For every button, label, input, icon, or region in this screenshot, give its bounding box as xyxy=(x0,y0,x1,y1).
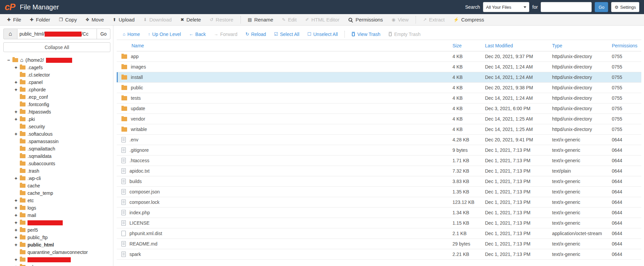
file-name-cell[interactable]: writable xyxy=(117,127,450,132)
tree-item-htpasswds[interactable]: +.htpasswds xyxy=(3,108,110,116)
file-name-cell[interactable]: public xyxy=(117,85,450,90)
expand-icon[interactable]: + xyxy=(14,65,18,70)
file-name-cell[interactable]: composer.lock xyxy=(117,200,450,205)
column-header-permissions[interactable]: Permissions xyxy=(610,43,641,48)
table-row[interactable]: README.md29 bytesDec 1, 2021, 7:13 PMtex… xyxy=(117,239,641,249)
tree-item-softaculous[interactable]: +.softaculous xyxy=(3,130,110,138)
table-row[interactable]: vendor4 KBDec 14, 2021, 1:25 AMhttpd/uni… xyxy=(117,114,641,124)
toolbar-button-rename[interactable]: ▤Rename xyxy=(244,17,278,23)
tree-item-mail[interactable]: +mail xyxy=(3,212,110,219)
nav-button-select-all[interactable]: ☑Select All xyxy=(270,32,303,37)
tree-item-sqmailattach[interactable]: +.sqmailattach xyxy=(3,145,110,152)
expand-icon[interactable]: + xyxy=(14,131,18,137)
tree-item-fontconfig[interactable]: +.fontconfig xyxy=(3,101,110,108)
expand-icon[interactable]: + xyxy=(14,87,18,92)
tree-item-cl-selector[interactable]: +.cl.selector xyxy=(3,71,110,79)
tree-item-trash[interactable]: +.trash xyxy=(3,167,110,175)
table-row[interactable]: tests4 KBDec 14, 2021, 1:24 AMhttpd/unix… xyxy=(117,93,641,103)
expand-icon[interactable]: + xyxy=(14,213,18,218)
nav-button-view-trash[interactable]: View Trash xyxy=(347,32,384,37)
tree-item-security[interactable]: +.security xyxy=(3,123,110,130)
tree-item-public-ftp[interactable]: +public_ftp xyxy=(3,234,110,241)
file-name-cell[interactable]: spark xyxy=(117,252,450,257)
file-name-cell[interactable]: install xyxy=(117,75,450,80)
nav-button-home[interactable]: ⌂Home xyxy=(119,32,144,37)
expand-icon[interactable]: + xyxy=(14,198,18,203)
file-name-cell[interactable]: .htaccess xyxy=(117,158,450,163)
tree-item-cache-temp[interactable]: +cache_temp xyxy=(3,189,110,197)
collapse-all-button[interactable]: Collapse All xyxy=(3,42,110,52)
tree-item-sqmaildata[interactable]: +.sqmaildata xyxy=(3,152,110,160)
path-go-button[interactable]: Go xyxy=(97,29,110,39)
expand-icon[interactable]: + xyxy=(14,80,18,85)
search-go-button[interactable]: Go xyxy=(595,2,608,12)
path-home-button[interactable]: ⌂ xyxy=(3,29,17,39)
column-header-type[interactable]: Type xyxy=(550,43,610,48)
table-row[interactable]: apidoc.txt7.32 KBDec 1, 2021, 7:13 PMtex… xyxy=(117,166,641,176)
table-row[interactable]: phpunit.xml.dist2.1 KBDec 1, 2021, 7:13 … xyxy=(117,228,641,239)
table-row[interactable]: update4 KBDec 3, 2021, 6:00 PMhttpd/unix… xyxy=(117,103,641,114)
expand-icon[interactable]: + xyxy=(14,242,18,248)
settings-button[interactable]: ⚙ Settings xyxy=(611,2,639,12)
expand-icon[interactable]: + xyxy=(14,205,18,211)
table-row[interactable]: images4 KBDec 14, 2021, 1:24 AMhttpd/uni… xyxy=(117,62,641,72)
table-row[interactable]: app4 KBDec 20, 2021, 9:37 PMhttpd/unix-d… xyxy=(117,51,641,62)
file-name-cell[interactable]: .gitignore xyxy=(117,147,450,153)
table-row[interactable]: install4 KBDec 14, 2021, 1:24 AMhttpd/un… xyxy=(117,72,641,83)
tree-item-subaccounts[interactable]: +.subaccounts xyxy=(3,160,110,167)
nav-button-back[interactable]: ←Back xyxy=(185,32,210,37)
tree-item-wp-cli[interactable]: +.wp-cli xyxy=(3,175,110,182)
tree-item-redacted[interactable]: + xyxy=(3,219,110,226)
table-row[interactable]: builds3.83 KBDec 1, 2021, 7:13 PMtext/x-… xyxy=(117,176,641,187)
toolbar-button-upload[interactable]: ⬆Upload xyxy=(108,17,139,23)
search-scope-select[interactable]: All Your Files xyxy=(483,2,529,12)
tree-item-root[interactable]: −⌂(/home2/ xyxy=(3,56,110,64)
path-input[interactable]: public_html/ /Cc xyxy=(17,29,97,39)
file-name-cell[interactable]: apidoc.txt xyxy=(117,168,450,174)
expand-icon[interactable]: + xyxy=(14,176,18,181)
tree-item-redacted[interactable]: + xyxy=(3,256,110,263)
table-row[interactable]: .env4.28 KBDec 20, 2021, 9:41 PMtext/x-g… xyxy=(117,135,641,145)
toolbar-button-file[interactable]: ✚File xyxy=(3,17,25,23)
column-header-last-modified[interactable]: Last Modified xyxy=(483,43,550,48)
expand-icon[interactable]: + xyxy=(14,235,18,240)
table-row[interactable]: .gitignore9 bytesDec 1, 2021, 7:13 PMtex… xyxy=(117,145,641,156)
expand-icon[interactable]: + xyxy=(14,109,18,115)
collapse-icon[interactable]: − xyxy=(7,57,10,63)
expand-icon[interactable]: + xyxy=(14,257,18,262)
tree-item-cache[interactable]: +cache xyxy=(3,182,110,189)
file-name-cell[interactable]: builds xyxy=(117,179,450,184)
nav-button-reload[interactable]: ↻Reload xyxy=(241,32,270,37)
file-name-cell[interactable]: LICENSE xyxy=(117,220,450,226)
toolbar-button-move[interactable]: ✥Move xyxy=(81,17,108,23)
table-row[interactable]: composer.json1.35 KBDec 1, 2021, 7:13 PM… xyxy=(117,187,641,197)
expand-icon[interactable]: + xyxy=(14,117,18,122)
nav-button-unselect-all[interactable]: ☐Unselect All xyxy=(303,32,342,37)
file-name-cell[interactable]: README.md xyxy=(117,241,450,247)
table-row[interactable]: LICENSE1.15 KBDec 1, 2021, 7:13 PMtext/x… xyxy=(117,218,641,228)
table-row[interactable]: writable4 KBDec 14, 2021, 1:25 AMhttpd/u… xyxy=(117,124,641,135)
tree-item-etc[interactable]: +etc xyxy=(3,197,110,204)
file-name-cell[interactable]: app xyxy=(117,54,450,59)
table-row[interactable]: index.php1.34 KBDec 1, 2021, 7:13 PMtext… xyxy=(117,208,641,218)
file-name-cell[interactable]: images xyxy=(117,64,450,70)
file-name-cell[interactable]: phpunit.xml.dist xyxy=(117,231,450,236)
toolbar-button-copy[interactable]: ❐Copy xyxy=(55,17,82,23)
tree-item-cphorde[interactable]: +.cphorde xyxy=(3,86,110,93)
tree-item-ecp-conf[interactable]: +.ecp_conf xyxy=(3,93,110,101)
tree-item-public-html[interactable]: +public_html xyxy=(3,241,110,249)
file-name-cell[interactable]: .env xyxy=(117,137,450,142)
table-row[interactable]: public4 KBDec 20, 2021, 9:38 PMhttpd/uni… xyxy=(117,83,641,93)
expand-icon[interactable]: + xyxy=(14,220,18,225)
tree-item-quarantine-clamavconnector[interactable]: +quarantine_clamavconnector xyxy=(3,249,110,256)
table-row[interactable]: composer.lock123.12 KBDec 1, 2021, 7:13 … xyxy=(117,197,641,208)
tree-item-logs[interactable]: +logs xyxy=(3,204,110,212)
tree-item-spamassassin[interactable]: +.spamassassin xyxy=(3,138,110,145)
column-header-name[interactable]: Name xyxy=(117,43,450,48)
expand-icon[interactable]: + xyxy=(14,264,18,266)
expand-icon[interactable]: + xyxy=(14,227,18,233)
tree-item-cpanel[interactable]: +.cpanel xyxy=(3,79,110,86)
nav-button-up-one-level[interactable]: ↑Up One Level xyxy=(144,32,185,37)
tree-item-cagefs[interactable]: +.cagefs xyxy=(3,64,110,71)
search-input[interactable] xyxy=(541,2,592,12)
